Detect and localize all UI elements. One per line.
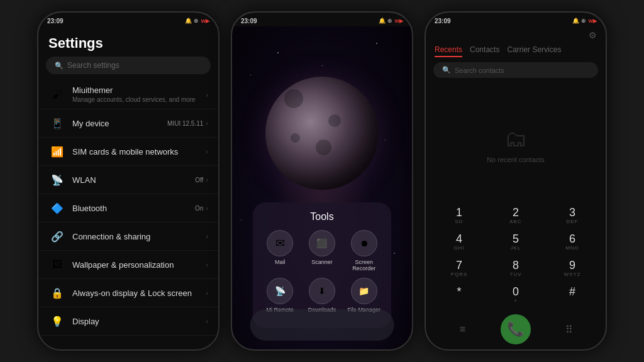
settings-content-my-device: My device (72, 119, 167, 128)
search-icon-dialer: 🔍 (442, 66, 451, 74)
status-time-1: 23:09 (47, 18, 64, 25)
phones-container: 23:09 🔔 ⊕ W▶ Settings 🔍 Search settings … (0, 0, 644, 362)
dial-key-1[interactable]: 1 SD (431, 202, 487, 229)
settings-right-sim-cards: › (206, 148, 208, 155)
settings-right-wlan: Off › (195, 176, 208, 184)
app-mi-remote[interactable]: 📡 Mi Remote (262, 278, 298, 313)
tab-carrier-services[interactable]: Carrier Services (507, 45, 561, 57)
settings-content-display: Display (72, 317, 206, 326)
dial-key-letters: MNO (565, 245, 579, 251)
chevron-icon: › (206, 261, 208, 268)
settings-icon-wlan: 📡 (48, 171, 66, 189)
dial-key-letters: JKL (511, 245, 521, 251)
settings-right-my-device: MIUI 12.5.11 › (167, 119, 208, 127)
app-mail-label: Mail (275, 259, 286, 265)
dial-key-2[interactable]: 2 ABC (487, 202, 544, 229)
dialer-header: ⚙ (426, 26, 606, 44)
settings-item-display[interactable]: 💡 Display › (38, 307, 218, 336)
no-recents-text: No recent contacts (487, 156, 545, 163)
scanner-icon: ⬛ (309, 230, 335, 256)
settings-icon-wallpaper: 🖼 (48, 256, 66, 273)
status-time-3: 23:09 (435, 18, 451, 25)
home-dock (250, 309, 394, 341)
settings-icon-my-device: 📱 (48, 114, 66, 132)
status-icons-2: 🔔 ⊕ W▶ (379, 18, 403, 24)
settings-icon-display: 💡 (48, 312, 66, 330)
settings-content-always-on: Always-on display & Lock screen (72, 288, 206, 298)
dialer-gear-icon[interactable]: ⚙ (589, 30, 597, 40)
settings-content-wallpaper: Wallpaper & personalization (72, 260, 206, 270)
folder-row-2: 📡 Mi Remote ⬇ Downloads 📁 File Manager (259, 278, 385, 313)
chevron-icon: › (206, 119, 208, 127)
screen-recorder-icon: ⏺ (351, 230, 377, 256)
file-manager-icon: 📁 (351, 278, 377, 304)
dial-key-letters: GHI (453, 245, 464, 251)
settings-right-bluetooth: On › (195, 204, 208, 212)
dial-key-star[interactable]: * (431, 282, 487, 308)
settings-icon-sim-cards: 📶 (48, 143, 66, 160)
dial-key-7[interactable]: 7 PQRS (431, 255, 487, 282)
settings-content-miuithemer: Miuithemer Manage accounts, cloud servic… (72, 85, 206, 104)
dial-key-letters: DEF (567, 219, 579, 224)
app-screen-recorder[interactable]: ⏺ Screen Recorder (346, 230, 382, 272)
no-recents-area: 🗂 No recent contacts (426, 83, 606, 200)
dial-key-num: 5 (513, 233, 519, 244)
settings-item-wallpaper[interactable]: 🖼 Wallpaper & personalization › (38, 251, 218, 279)
settings-item-my-device[interactable]: 📱 My device MIUI 12.5.11 › (38, 109, 218, 138)
dial-key-num: 4 (456, 233, 462, 244)
settings-search-bar[interactable]: 🔍 Search settings (46, 57, 211, 74)
app-scanner[interactable]: ⬛ Scanner (304, 230, 340, 272)
tab-contacts[interactable]: Contacts (470, 45, 499, 57)
dial-key-num: * (457, 286, 461, 297)
settings-item-always-on[interactable]: 🔒 Always-on display & Lock screen › (38, 279, 218, 307)
dial-key-hash[interactable]: # (544, 282, 601, 308)
mi-remote-icon: 📡 (267, 278, 293, 304)
dialer-tabs: Recents Contacts Carrier Services (426, 44, 606, 61)
settings-item-bluetooth[interactable]: 🔷 Bluetooth On › (38, 194, 218, 222)
settings-item-connection-sharing[interactable]: 🔗 Connection & sharing › (38, 222, 218, 251)
call-button[interactable]: 📞 (501, 314, 531, 344)
dial-key-3[interactable]: 3 DEF (544, 202, 601, 229)
folder-row-1: ✉ Mail ⬛ Scanner ⏺ Screen Recorder (259, 230, 385, 272)
settings-icon-miuithemer: 🖌 (48, 86, 66, 104)
app-downloads[interactable]: ⬇ Downloads (304, 278, 340, 313)
dial-key-0[interactable]: 0 + (487, 282, 544, 308)
settings-icon-bluetooth: 🔷 (48, 199, 66, 217)
folder-title: Tools (259, 211, 385, 222)
dial-key-4[interactable]: 4 GHI (431, 229, 487, 255)
settings-title-bluetooth: Bluetooth (72, 204, 195, 213)
settings-item-wlan[interactable]: 📡 WLAN Off › (38, 166, 218, 194)
dial-key-5[interactable]: 5 JKL (487, 229, 544, 255)
dial-key-letters: ABC (509, 219, 521, 224)
settings-icon-connection-sharing: 🔗 (48, 228, 66, 245)
status-icons-3: 🔔 ⊕ W▶ (572, 18, 597, 24)
hamburger-menu-button[interactable]: ≡ (452, 319, 472, 339)
status-icons-1: 🔔 ⊕ W▶ (185, 18, 209, 24)
settings-title-wlan: WLAN (72, 175, 195, 185)
dial-key-6[interactable]: 6 MNO (544, 229, 601, 255)
dial-key-9[interactable]: 9 WXYZ (544, 255, 601, 282)
dial-key-8[interactable]: 8 TUV (487, 255, 544, 282)
settings-item-sim-cards[interactable]: 📶 SIM cards & mobile networks › (38, 138, 218, 166)
app-file-manager[interactable]: 📁 File Manager (346, 278, 382, 313)
dialpad: 1 SD 2 ABC 3 DEF 4 GHI 5 JKL 6 MNO 7 PQR… (426, 200, 606, 310)
status-time-2: 23:09 (241, 18, 257, 25)
settings-title-connection-sharing: Connection & sharing (72, 232, 206, 241)
dialer-screen: ⚙ Recents Contacts Carrier Services 🔍 Se… (426, 26, 606, 349)
dialer-search-bar[interactable]: 🔍 Search contacts (433, 62, 598, 78)
dial-key-num: 7 (456, 260, 462, 271)
phone-dialer: 23:09 🔔 ⊕ W▶ ⚙ Recents Contacts Carrier … (425, 11, 607, 351)
settings-right-display: › (206, 317, 208, 325)
settings-title-my-device: My device (72, 119, 167, 128)
settings-item-miuithemer[interactable]: 🖌 Miuithemer Manage accounts, cloud serv… (38, 80, 218, 109)
settings-content-bluetooth: Bluetooth (72, 204, 195, 213)
status-bar-2: 23:09 🔔 ⊕ W▶ (232, 13, 412, 26)
tab-recents[interactable]: Recents (435, 45, 462, 57)
search-icon: 🔍 (55, 62, 64, 70)
settings-screen: Settings 🔍 Search settings 🖌 Miuithemer … (38, 26, 218, 349)
chevron-icon: › (206, 204, 208, 212)
dialpad-toggle-button[interactable]: ⠿ (559, 319, 579, 339)
app-mail[interactable]: ✉ Mail (262, 230, 298, 272)
dial-key-letters: SD (455, 219, 463, 224)
chevron-icon: › (206, 289, 208, 297)
